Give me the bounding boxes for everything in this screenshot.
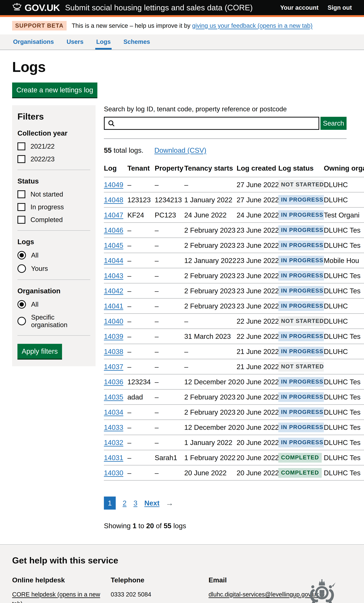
- tenancy-starts-cell: 31 March 2023: [184, 329, 237, 344]
- create-lettings-log-button[interactable]: Create a new lettings log: [12, 82, 97, 97]
- filter-groups: Collection year2021/222022/23StatusNot s…: [17, 129, 90, 336]
- checkbox-not-started[interactable]: Not started: [17, 190, 90, 198]
- pagination-page-2[interactable]: 2: [123, 499, 127, 507]
- log-link[interactable]: 14038: [104, 348, 123, 356]
- status-cell: NOT STARTED: [278, 314, 324, 329]
- core-helpdesk-link[interactable]: CORE helpdesk (opens in a new tab): [12, 591, 100, 603]
- log-created-cell: 21 June 2022: [237, 344, 278, 359]
- footer-title: Get help with this service: [12, 555, 352, 565]
- tenant-cell: –: [127, 344, 155, 359]
- checkbox-in-progress[interactable]: In progress: [17, 203, 90, 211]
- govuk-brand: GOV.UK: [24, 2, 60, 13]
- tenancy-starts-cell: 2 February 2023: [184, 223, 237, 238]
- log-link[interactable]: 14047: [104, 211, 123, 219]
- tenant-cell: –: [127, 223, 155, 238]
- status-cell: IN PROGRESS: [278, 389, 324, 405]
- log-link[interactable]: 14034: [104, 408, 123, 416]
- log-link[interactable]: 14049: [104, 181, 123, 189]
- log-link[interactable]: 14040: [104, 317, 123, 325]
- apply-filters-button[interactable]: Apply filters: [17, 344, 62, 359]
- sign-out-link[interactable]: Sign out: [328, 4, 352, 11]
- radio-unchecked-icon[interactable]: [17, 317, 26, 325]
- log-link[interactable]: 14033: [104, 423, 123, 431]
- checkbox-unchecked-icon[interactable]: [17, 190, 25, 198]
- property-cell: –: [155, 405, 184, 420]
- search-button[interactable]: Search: [320, 117, 347, 130]
- search-input[interactable]: [104, 117, 319, 130]
- status-cell: IN PROGRESS: [278, 238, 324, 253]
- checkbox-unchecked-icon[interactable]: [17, 142, 25, 150]
- log-cell: 14042: [104, 283, 127, 299]
- nav-link-schemes[interactable]: Schemes: [123, 35, 151, 50]
- status-cell: IN PROGRESS: [278, 223, 324, 238]
- radio-all[interactable]: All: [17, 300, 90, 309]
- log-link[interactable]: 14032: [104, 439, 123, 446]
- property-cell: 1234213: [155, 192, 184, 208]
- log-link[interactable]: 14043: [104, 272, 123, 280]
- checkbox-unchecked-icon[interactable]: [17, 155, 25, 163]
- radio-unchecked-icon[interactable]: [17, 264, 26, 273]
- log-link[interactable]: 14042: [104, 287, 123, 295]
- log-link[interactable]: 14041: [104, 302, 123, 310]
- log-cell: 14039: [104, 329, 127, 344]
- results-count-line: 55 total logs. Download (CSV): [104, 146, 364, 154]
- checkbox-2022-23[interactable]: 2022/23: [17, 155, 90, 163]
- pagination-next-link[interactable]: Next: [144, 499, 160, 507]
- nav-link-users[interactable]: Users: [66, 35, 84, 50]
- pagination-page-current[interactable]: 1: [104, 497, 116, 510]
- tenancy-starts-cell: –: [184, 314, 237, 329]
- log-link[interactable]: 14037: [104, 363, 123, 371]
- radio-yours[interactable]: Yours: [17, 264, 90, 273]
- log-link[interactable]: 14039: [104, 332, 123, 340]
- log-link[interactable]: 14048: [104, 196, 123, 204]
- search-box: [104, 117, 319, 130]
- checkbox-unchecked-icon[interactable]: [17, 216, 25, 224]
- nav-link-organisations[interactable]: Organisations: [12, 35, 55, 50]
- checkbox-unchecked-icon[interactable]: [17, 203, 25, 211]
- log-link[interactable]: 14036: [104, 378, 123, 386]
- log-cell: 14040: [104, 314, 127, 329]
- search-label: Search by log ID, tenant code, property …: [104, 105, 364, 113]
- email-link[interactable]: dluhc.digital-services@levellingup.gov.u…: [209, 591, 319, 598]
- royal-coat-of-arms: [303, 579, 341, 603]
- govuk-logo-link[interactable]: GOV.UK: [12, 2, 60, 13]
- log-cell: 14045: [104, 238, 127, 253]
- your-account-link[interactable]: Your account: [280, 4, 318, 11]
- status-cell: IN PROGRESS: [278, 283, 324, 299]
- checkbox-2021-22[interactable]: 2021/22: [17, 142, 90, 150]
- property-cell: –: [155, 389, 184, 405]
- nav-link-logs[interactable]: Logs: [95, 35, 112, 50]
- download-csv-link[interactable]: Download (CSV): [154, 146, 206, 154]
- tenant-cell: –: [127, 359, 155, 374]
- log-link[interactable]: 14046: [104, 226, 123, 234]
- log-link[interactable]: 14031: [104, 454, 123, 462]
- telephone-heading: Telephone: [111, 575, 209, 585]
- log-cell: 14032: [104, 435, 127, 450]
- status-cell: IN PROGRESS: [278, 420, 324, 435]
- logs-table: LogTenantPropertyTenancy startsLog creat…: [104, 161, 364, 481]
- log-created-cell: 20 June 2022: [237, 374, 278, 389]
- table-row: 14030––20 June 202220 June 2022COMPLETED…: [104, 465, 364, 480]
- service-name[interactable]: Submit social housing lettings and sales…: [65, 3, 253, 12]
- log-created-cell: 20 June 2022: [237, 435, 278, 450]
- log-created-cell: 22 June 2022: [237, 314, 278, 329]
- total-logs-count: 55: [104, 146, 112, 154]
- radio-checked-icon[interactable]: [17, 251, 26, 259]
- table-row: 14033––12 December 202120 June 2022IN PR…: [104, 420, 364, 435]
- log-link[interactable]: 14035: [104, 393, 123, 401]
- pagination-page-3[interactable]: 3: [133, 499, 137, 507]
- feedback-link[interactable]: giving us your feedback (opens in a new …: [192, 22, 313, 29]
- radio-specific-organisation[interactable]: Specific organisation: [17, 313, 90, 329]
- status-badge: COMPLETED: [278, 468, 322, 478]
- radio-checked-icon[interactable]: [17, 300, 26, 309]
- tenant-cell: –: [127, 465, 155, 480]
- filter-divider: [17, 230, 90, 231]
- log-link[interactable]: 14044: [104, 257, 123, 265]
- radio-all[interactable]: All: [17, 251, 90, 259]
- log-created-cell: 23 June 2022: [237, 268, 278, 283]
- log-link[interactable]: 14030: [104, 469, 123, 477]
- property-cell: –: [155, 344, 184, 359]
- status-cell: IN PROGRESS: [278, 435, 324, 450]
- checkbox-completed[interactable]: Completed: [17, 216, 90, 224]
- log-link[interactable]: 14045: [104, 242, 123, 249]
